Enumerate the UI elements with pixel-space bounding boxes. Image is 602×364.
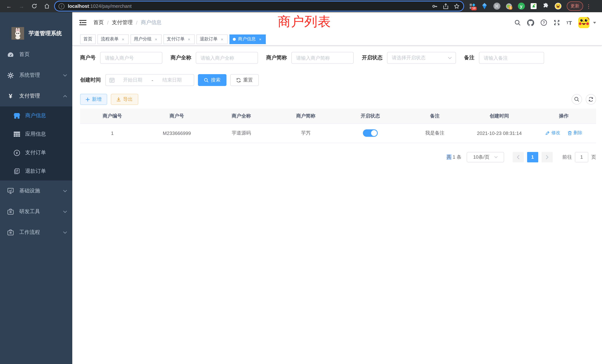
browser-back-icon[interactable]: ← — [4, 1, 14, 11]
export-button[interactable]: 导出 — [111, 94, 138, 105]
browser-reload-icon[interactable] — [29, 1, 39, 11]
tab-merchant-info[interactable]: 商户信息× — [229, 34, 266, 44]
url-text[interactable]: localhost:1024/pay/merchant — [68, 3, 429, 9]
short-name-input[interactable] — [291, 52, 354, 64]
browser-home-icon[interactable] — [42, 1, 52, 11]
font-size-icon[interactable]: TT — [566, 20, 572, 26]
sidebar-item-label: 商户信息 — [25, 112, 46, 119]
tab-home[interactable]: 首页 — [80, 34, 96, 44]
delete-button[interactable]: 删除 — [568, 130, 582, 136]
site-info-icon[interactable]: i — [59, 3, 64, 9]
chevron-down-icon — [494, 156, 498, 158]
next-page-button[interactable] — [541, 152, 552, 162]
filter-row-1: 商户号 商户全称 商户简称 开启状态 请选择开启状态 — [80, 52, 596, 64]
goto-page-input[interactable] — [575, 152, 588, 162]
sidebar-item-pay[interactable]: ¥ 支付管理 — [0, 86, 72, 106]
col-full-name: 商户全称 — [209, 109, 274, 123]
extension-gem-icon[interactable] — [481, 2, 488, 10]
extension-badge: 1 — [509, 6, 513, 10]
logo-rabbit-image — [11, 27, 24, 40]
search-icon — [204, 78, 209, 83]
sidebar-logo[interactable]: 芋道管理系统 — [0, 12, 72, 44]
grid-icon — [14, 132, 20, 137]
sidebar-item-pay-order[interactable]: ¥ 支付订单 — [0, 143, 72, 162]
remark-input[interactable] — [479, 52, 544, 64]
chevron-left-icon — [516, 155, 519, 159]
status-select[interactable]: 请选择开启状态 — [387, 52, 456, 64]
page-number-1[interactable]: 1 — [527, 152, 538, 162]
close-icon[interactable]: × — [121, 37, 125, 41]
fullscreen-icon[interactable] — [553, 19, 560, 26]
pagination-total: 共 1 条 — [447, 154, 462, 160]
extension-note-icon[interactable] — [530, 2, 537, 10]
cell-actions: 修改 删除 — [532, 123, 596, 143]
chevron-down-icon — [63, 74, 67, 76]
sidebar: 芋道管理系统 首页 系统管理 ¥ 支付管理 — [0, 12, 72, 364]
cell-create-time: 2021-10-23 08:31:14 — [467, 123, 532, 143]
sidebar-item-app-info[interactable]: 应用信息 — [0, 125, 72, 143]
toggle-search-button[interactable] — [572, 94, 582, 105]
address-bar[interactable]: i localhost:1024/pay/merchant — [55, 1, 463, 11]
col-merchant-id: 商户编号 — [80, 109, 145, 123]
search-button[interactable]: 搜索 — [198, 74, 226, 86]
sidebar-item-merchant-info[interactable]: 商户信息 — [0, 106, 72, 125]
sidebar-item-home[interactable]: 首页 — [0, 44, 72, 65]
avatar[interactable] — [578, 17, 589, 28]
edit-button[interactable]: 修改 — [545, 130, 560, 136]
document-icon — [14, 168, 20, 174]
full-name-input[interactable] — [196, 52, 258, 64]
sidebar-item-devtools[interactable]: 研发工具 — [0, 201, 72, 222]
extension-command-icon[interactable]: ⌘ — [493, 2, 500, 10]
date-separator: - — [151, 77, 154, 83]
sidebar-item-workflow[interactable]: 工作流程 — [0, 222, 72, 243]
sidebar-item-refund-order[interactable]: 退款订单 — [0, 162, 72, 181]
pagination-total-prefix: 共 — [447, 154, 451, 160]
tab-process-form[interactable]: 流程表单× — [97, 34, 129, 44]
col-status: 开启状态 — [338, 109, 403, 123]
avatar-caret-icon[interactable] — [593, 22, 596, 23]
extension-emoji-icon[interactable] — [554, 2, 562, 10]
breadcrumb-home[interactable]: 首页 — [93, 19, 104, 26]
help-icon[interactable]: ? — [540, 19, 547, 26]
browser-forward-icon[interactable]: → — [16, 1, 27, 11]
active-dot — [233, 38, 236, 41]
close-icon[interactable]: × — [220, 37, 224, 41]
browser-menu-icon[interactable]: ⋮ — [586, 3, 591, 9]
search-icon — [574, 97, 579, 102]
cell-status — [338, 123, 403, 143]
password-key-icon[interactable] — [432, 3, 438, 9]
extension-puzzle-icon[interactable] — [542, 2, 549, 10]
share-icon[interactable] — [443, 3, 449, 9]
browser-update-button[interactable]: 更新 — [567, 1, 583, 11]
cell-short-name: 芋艿 — [274, 123, 338, 143]
sidebar-item-system[interactable]: 系统管理 — [0, 65, 72, 86]
close-icon[interactable]: × — [187, 37, 191, 41]
export-button-label: 导出 — [123, 96, 133, 103]
reset-button[interactable]: 重置 — [230, 74, 259, 86]
add-button[interactable]: 新增 — [80, 94, 107, 105]
sidebar-toggle-icon[interactable] — [79, 19, 87, 26]
github-icon[interactable] — [527, 19, 534, 26]
sidebar-item-infra[interactable]: 基础设施 — [0, 181, 72, 201]
status-toggle[interactable] — [363, 129, 378, 137]
merchant-no-input[interactable] — [100, 52, 162, 64]
tab-refund-order[interactable]: 退款订单× — [196, 34, 228, 44]
table-toolbar: 新增 导出 — [80, 94, 596, 105]
breadcrumb-pay[interactable]: 支付管理 — [112, 19, 133, 26]
header-search-icon[interactable] — [514, 20, 521, 26]
tab-pay-order[interactable]: 支付订单× — [163, 34, 195, 44]
prev-page-button[interactable] — [513, 152, 524, 162]
extension-status-icon[interactable]: 1 — [505, 2, 513, 10]
close-icon[interactable]: × — [258, 37, 262, 41]
refresh-table-button[interactable] — [586, 94, 596, 105]
tab-user-group[interactable]: 用户分组× — [130, 34, 162, 44]
page-content: 商户号 商户全称 商户简称 开启状态 请选择开启状态 — [72, 46, 602, 364]
table-header-row: 商户编号 商户号 商户全称 商户简称 开启状态 备注 创建时间 操作 — [80, 109, 596, 123]
close-icon[interactable]: × — [154, 37, 158, 41]
tab-label: 支付订单 — [167, 36, 185, 42]
extension-grid-icon[interactable]: 10 — [469, 2, 476, 10]
bookmark-star-icon[interactable] — [454, 3, 460, 9]
create-time-range-picker[interactable]: 开始日期 - 结束日期 — [105, 74, 194, 86]
page-size-select[interactable]: 10条/页 — [467, 152, 504, 162]
extension-vue-icon[interactable]: y — [517, 2, 525, 10]
